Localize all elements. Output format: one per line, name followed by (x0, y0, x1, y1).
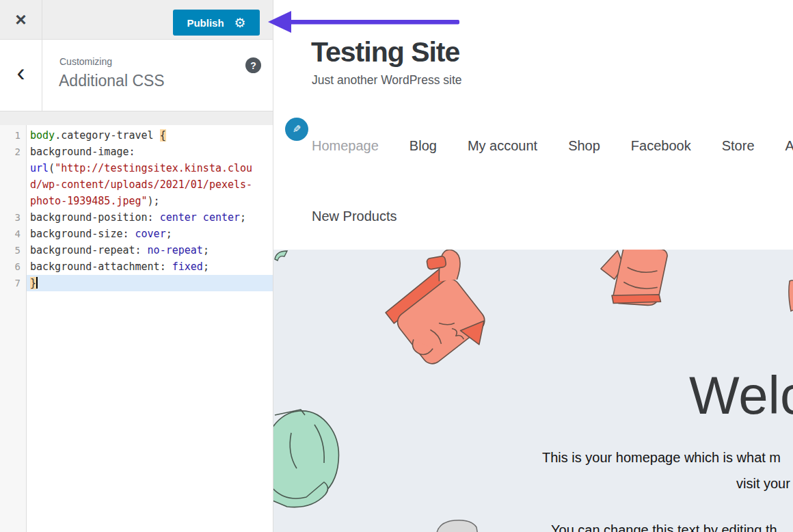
line-number (0, 160, 27, 176)
code-line[interactable]: background-position: center center; (27, 209, 273, 226)
editor-code-rows: 1body.category-travel {2background-image… (0, 127, 273, 291)
chevron-left-icon: ‹ (17, 59, 25, 88)
additional-css-editor[interactable]: 1body.category-travel {2background-image… (0, 125, 273, 532)
line-number: 2 (0, 144, 27, 160)
close-button[interactable]: × (0, 0, 42, 39)
secondary-nav: New Products (312, 209, 397, 224)
line-number: 5 (0, 242, 27, 258)
pencil-icon: ✎ (293, 123, 301, 135)
site-preview: Testing Site Just another WordPress site… (273, 0, 793, 532)
site-title: Testing Site (311, 36, 459, 68)
code-row: 1body.category-travel { (0, 127, 273, 144)
line-number: 3 (0, 209, 27, 226)
code-line[interactable]: background-repeat: no-repeat; (27, 242, 273, 258)
line-number: 4 (0, 226, 27, 242)
nav-item-store[interactable]: Store (722, 138, 755, 154)
nav-item-homepage[interactable]: Homepage (312, 138, 379, 154)
code-row: 2background-image: (0, 144, 273, 160)
panel-kicker: Customizing (59, 56, 112, 67)
publish-button[interactable]: Publish ⚙ (173, 10, 260, 36)
code-line[interactable]: body.category-travel { (27, 127, 273, 144)
edit-menu-button[interactable]: ✎ (285, 118, 308, 141)
code-row: url("http://testingsitex.kinsta.clou (0, 160, 273, 176)
code-row: photo-1939485.jpeg"); (0, 193, 273, 209)
nav-item-new-products[interactable]: New Products (312, 209, 397, 224)
hero-paragraph-line2: visit your (736, 476, 790, 492)
line-number (0, 193, 27, 209)
code-line[interactable]: d/wp-content/uploads/2021/01/pexels- (27, 176, 273, 193)
nav-item-shop[interactable]: Shop (568, 138, 600, 154)
code-row: 4background-size: cover; (0, 226, 273, 242)
help-button[interactable]: ? (245, 57, 261, 73)
publish-label: Publish (187, 17, 224, 29)
gray-cap-illustration (433, 516, 484, 532)
code-row: 5background-repeat: no-repeat; (0, 242, 273, 258)
nav-item-my-account[interactable]: My account (468, 138, 537, 154)
site-tagline: Just another WordPress site (312, 73, 462, 88)
hero-section: Welco This is your homepage which is wha… (273, 250, 793, 532)
code-row: 3background-position: center center; (0, 209, 273, 226)
panel-header: ‹ Customizing Additional CSS ? (0, 40, 273, 111)
coral-edge-illustration (788, 278, 793, 314)
mint-corner-illustration (273, 250, 288, 262)
question-icon: ? (250, 61, 256, 70)
hero-paragraph-line3: You can change this text by editing th (551, 522, 777, 532)
text-cursor (36, 277, 38, 289)
panel-divider (0, 111, 273, 125)
code-row: 6background-attachment: fixed; (0, 258, 273, 275)
coral-tshirt-illustration (584, 250, 694, 328)
code-line[interactable]: background-attachment: fixed; (27, 258, 273, 275)
nav-item-blog[interactable]: Blog (409, 138, 437, 154)
hero-paragraph-line1: This is your homepage which is what m (542, 450, 781, 466)
line-number: 1 (0, 127, 27, 144)
gear-icon[interactable]: ⚙ (234, 16, 246, 29)
primary-nav: HomepageBlogMy accountShopFacebookStoreA (312, 138, 793, 154)
nav-item-facebook[interactable]: Facebook (631, 138, 691, 154)
nav-item-a[interactable]: A (785, 138, 793, 154)
code-row: 7} (0, 275, 273, 291)
panel-title: Additional CSS (59, 72, 165, 90)
close-icon: × (15, 10, 26, 29)
code-row: d/wp-content/uploads/2021/01/pexels- (0, 176, 273, 193)
coral-hoodie-illustration (373, 250, 509, 383)
line-number: 7 (0, 275, 27, 291)
line-number (0, 176, 27, 193)
code-line[interactable]: } (27, 275, 273, 291)
hero-heading: Welco (689, 364, 793, 427)
code-line[interactable]: background-image: (27, 144, 273, 160)
line-number: 6 (0, 258, 27, 275)
back-button[interactable]: ‹ (0, 40, 42, 111)
code-line[interactable]: photo-1939485.jpeg"); (27, 193, 273, 209)
mint-sweater-illustration (273, 405, 356, 515)
code-line[interactable]: background-size: cover; (27, 226, 273, 242)
customizer-sidebar: × Publish ⚙ ‹ Customizing Additional CSS… (0, 0, 273, 532)
code-line[interactable]: url("http://testingsitex.kinsta.clou (27, 160, 273, 176)
customizer-topbar: × Publish ⚙ (0, 0, 273, 40)
